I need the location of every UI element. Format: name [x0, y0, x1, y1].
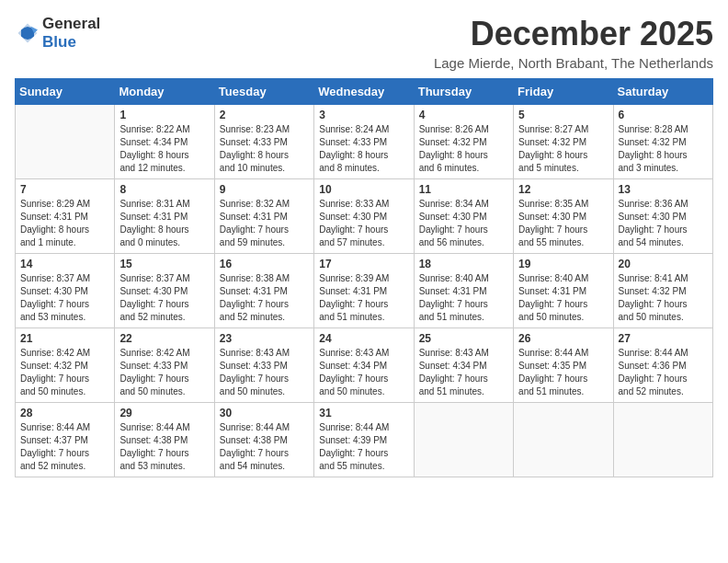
day-info: Sunrise: 8:23 AMSunset: 4:33 PMDaylight:…: [220, 123, 309, 175]
day-info: Sunrise: 8:26 AMSunset: 4:32 PMDaylight:…: [419, 123, 508, 175]
day-info: Sunrise: 8:44 AMSunset: 4:35 PMDaylight:…: [518, 347, 608, 398]
day-number: 4: [419, 109, 508, 121]
day-number: 1: [119, 109, 209, 121]
calendar-cell: 23Sunrise: 8:43 AMSunset: 4:33 PMDayligh…: [214, 328, 313, 403]
calendar-cell: 25Sunrise: 8:43 AMSunset: 4:34 PMDayligh…: [414, 328, 513, 403]
day-info: Sunrise: 8:24 AMSunset: 4:33 PMDaylight:…: [319, 123, 408, 175]
day-number: 27: [619, 332, 708, 345]
day-info: Sunrise: 8:28 AMSunset: 4:32 PMDaylight:…: [619, 123, 708, 175]
calendar-cell: 4Sunrise: 8:26 AMSunset: 4:32 PMDaylight…: [414, 105, 513, 179]
day-number: 11: [419, 183, 508, 196]
calendar-cell: [514, 403, 613, 477]
day-number: 13: [619, 183, 708, 196]
day-info: Sunrise: 8:44 AMSunset: 4:38 PMDaylight:…: [220, 421, 309, 473]
calendar-cell: 2Sunrise: 8:23 AMSunset: 4:33 PMDaylight…: [214, 105, 313, 179]
calendar-cell: 13Sunrise: 8:36 AMSunset: 4:30 PMDayligh…: [613, 179, 712, 254]
day-number: 31: [319, 407, 408, 419]
day-info: Sunrise: 8:37 AMSunset: 4:30 PMDaylight:…: [119, 272, 209, 324]
day-info: Sunrise: 8:40 AMSunset: 4:31 PMDaylight:…: [518, 272, 608, 324]
day-number: 20: [619, 258, 708, 270]
day-number: 22: [119, 332, 209, 345]
calendar-cell: 22Sunrise: 8:42 AMSunset: 4:33 PMDayligh…: [115, 328, 214, 403]
day-info: Sunrise: 8:42 AMSunset: 4:32 PMDaylight:…: [20, 347, 109, 398]
logo-text: General Blue: [42, 15, 100, 52]
day-number: 3: [319, 109, 408, 121]
day-number: 26: [518, 332, 608, 345]
title-area: December 2025 Lage Mierde, North Brabant…: [434, 15, 713, 71]
day-info: Sunrise: 8:38 AMSunset: 4:31 PMDaylight:…: [220, 272, 309, 324]
day-info: Sunrise: 8:42 AMSunset: 4:33 PMDaylight:…: [119, 347, 209, 398]
calendar-cell: 24Sunrise: 8:43 AMSunset: 4:34 PMDayligh…: [314, 328, 414, 403]
day-number: 16: [220, 258, 309, 270]
calendar-cell: 21Sunrise: 8:42 AMSunset: 4:32 PMDayligh…: [16, 328, 115, 403]
day-info: Sunrise: 8:36 AMSunset: 4:30 PMDaylight:…: [619, 198, 708, 249]
day-number: 14: [20, 258, 109, 270]
day-number: 17: [319, 258, 408, 270]
calendar-cell: 1Sunrise: 8:22 AMSunset: 4:34 PMDaylight…: [115, 105, 214, 179]
calendar-cell: 26Sunrise: 8:44 AMSunset: 4:35 PMDayligh…: [514, 328, 613, 403]
calendar-cell: 19Sunrise: 8:40 AMSunset: 4:31 PMDayligh…: [514, 254, 613, 328]
logo-blue: Blue: [42, 33, 76, 51]
day-number: 18: [419, 258, 508, 270]
weekday-header-tuesday: Tuesday: [214, 79, 313, 105]
week-row-5: 28Sunrise: 8:44 AMSunset: 4:37 PMDayligh…: [16, 403, 713, 477]
calendar-cell: 5Sunrise: 8:27 AMSunset: 4:32 PMDaylight…: [514, 105, 613, 179]
calendar-cell: 29Sunrise: 8:44 AMSunset: 4:38 PMDayligh…: [115, 403, 214, 477]
day-info: Sunrise: 8:27 AMSunset: 4:32 PMDaylight:…: [518, 123, 608, 175]
day-number: 29: [119, 407, 209, 419]
calendar-cell: 16Sunrise: 8:38 AMSunset: 4:31 PMDayligh…: [214, 254, 313, 328]
calendar-table: SundayMondayTuesdayWednesdayThursdayFrid…: [15, 78, 713, 477]
weekday-header-saturday: Saturday: [613, 79, 712, 105]
calendar-cell: 11Sunrise: 8:34 AMSunset: 4:30 PMDayligh…: [414, 179, 513, 254]
logo-icon: [15, 20, 40, 46]
calendar-cell: 7Sunrise: 8:29 AMSunset: 4:31 PMDaylight…: [16, 179, 115, 254]
day-info: Sunrise: 8:22 AMSunset: 4:34 PMDaylight:…: [119, 123, 209, 175]
day-info: Sunrise: 8:44 AMSunset: 4:36 PMDaylight:…: [619, 347, 708, 398]
day-info: Sunrise: 8:40 AMSunset: 4:31 PMDaylight:…: [419, 272, 508, 324]
calendar-cell: 8Sunrise: 8:31 AMSunset: 4:31 PMDaylight…: [115, 179, 214, 254]
calendar-cell: 17Sunrise: 8:39 AMSunset: 4:31 PMDayligh…: [314, 254, 414, 328]
calendar-cell: [16, 105, 115, 179]
calendar-cell: 30Sunrise: 8:44 AMSunset: 4:38 PMDayligh…: [214, 403, 313, 477]
calendar-cell: [613, 403, 712, 477]
week-row-2: 7Sunrise: 8:29 AMSunset: 4:31 PMDaylight…: [16, 179, 713, 254]
day-info: Sunrise: 8:44 AMSunset: 4:39 PMDaylight:…: [319, 421, 408, 473]
weekday-header-thursday: Thursday: [414, 79, 513, 105]
day-number: 21: [20, 332, 109, 345]
month-title: December 2025: [434, 15, 713, 53]
day-info: Sunrise: 8:29 AMSunset: 4:31 PMDaylight:…: [20, 198, 109, 249]
day-info: Sunrise: 8:44 AMSunset: 4:38 PMDaylight:…: [119, 421, 209, 473]
day-number: 9: [220, 183, 309, 196]
day-number: 25: [419, 332, 508, 345]
calendar-cell: [414, 403, 513, 477]
calendar-cell: 14Sunrise: 8:37 AMSunset: 4:30 PMDayligh…: [16, 254, 115, 328]
day-info: Sunrise: 8:43 AMSunset: 4:34 PMDaylight:…: [319, 347, 408, 398]
weekday-header-friday: Friday: [514, 79, 613, 105]
calendar-cell: 31Sunrise: 8:44 AMSunset: 4:39 PMDayligh…: [314, 403, 414, 477]
calendar-cell: 20Sunrise: 8:41 AMSunset: 4:32 PMDayligh…: [613, 254, 712, 328]
weekday-header-sunday: Sunday: [16, 79, 115, 105]
day-number: 8: [119, 183, 209, 196]
header: General Blue December 2025 Lage Mierde, …: [15, 15, 713, 71]
day-info: Sunrise: 8:44 AMSunset: 4:37 PMDaylight:…: [20, 421, 109, 473]
day-number: 24: [319, 332, 408, 345]
calendar-cell: 3Sunrise: 8:24 AMSunset: 4:33 PMDaylight…: [314, 105, 414, 179]
location-subtitle: Lage Mierde, North Brabant, The Netherla…: [434, 55, 713, 71]
logo-general: General: [42, 15, 100, 32]
day-number: 5: [518, 109, 608, 121]
day-number: 10: [319, 183, 408, 196]
day-info: Sunrise: 8:39 AMSunset: 4:31 PMDaylight:…: [319, 272, 408, 324]
day-number: 23: [220, 332, 309, 345]
logo: General Blue: [15, 15, 100, 52]
day-info: Sunrise: 8:33 AMSunset: 4:30 PMDaylight:…: [319, 198, 408, 249]
day-info: Sunrise: 8:43 AMSunset: 4:33 PMDaylight:…: [220, 347, 309, 398]
day-number: 30: [220, 407, 309, 419]
day-number: 6: [619, 109, 708, 121]
calendar-cell: 28Sunrise: 8:44 AMSunset: 4:37 PMDayligh…: [16, 403, 115, 477]
weekday-header-wednesday: Wednesday: [314, 79, 414, 105]
day-info: Sunrise: 8:43 AMSunset: 4:34 PMDaylight:…: [419, 347, 508, 398]
calendar-cell: 12Sunrise: 8:35 AMSunset: 4:30 PMDayligh…: [514, 179, 613, 254]
weekday-header-row: SundayMondayTuesdayWednesdayThursdayFrid…: [16, 79, 713, 105]
day-info: Sunrise: 8:34 AMSunset: 4:30 PMDaylight:…: [419, 198, 508, 249]
week-row-1: 1Sunrise: 8:22 AMSunset: 4:34 PMDaylight…: [16, 105, 713, 179]
